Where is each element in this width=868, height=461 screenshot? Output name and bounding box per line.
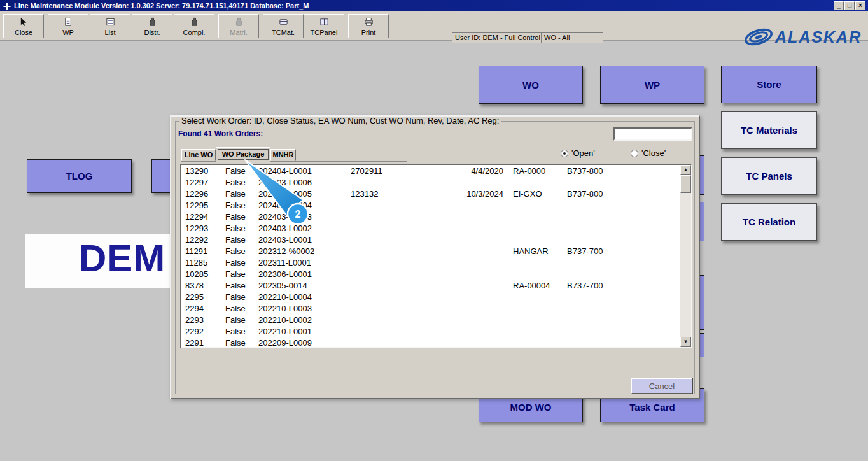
work-order-row[interactable]: 12293 False 202403-L0002: [183, 223, 678, 235]
toolbar-tcpanel-button[interactable]: TCPanel: [304, 14, 344, 38]
cell-close-status: False: [225, 166, 246, 176]
list-icon: [106, 17, 115, 29]
cell-date: 4/4/2020: [452, 166, 503, 176]
work-order-row[interactable]: 12295 False 202403-L0004: [183, 201, 678, 212]
toolbar-list-button[interactable]: List: [90, 14, 130, 38]
toolbar-compl-button[interactable]: Compl.: [174, 14, 214, 38]
minimize-button[interactable]: _: [834, 1, 844, 10]
radio-open[interactable]: 'Open': [561, 148, 595, 158]
toolbar-tcmat-button[interactable]: TCMat.: [263, 14, 304, 38]
cell-ac-type: B737-700: [567, 281, 603, 290]
wo-filter-field[interactable]: WO - All: [541, 32, 603, 43]
wp-button[interactable]: WP: [600, 66, 704, 104]
cell-wo-num: 202209-L0009: [258, 338, 312, 346]
cell-wo-num: 202311-L0001: [258, 258, 311, 267]
wo-button[interactable]: WO: [479, 66, 583, 104]
cell-close-status: False: [225, 189, 246, 199]
document-icon: [64, 17, 73, 29]
cell-close-status: False: [225, 304, 246, 313]
work-order-row[interactable]: 10285 False 202306-L0001: [183, 269, 678, 281]
toolbar-close-button[interactable]: Close: [3, 14, 44, 38]
cell-close-status: False: [225, 235, 246, 245]
cell-wo-num: 202306-L0001: [258, 269, 312, 279]
work-order-row[interactable]: 12297 False 202403-L0006: [183, 178, 678, 189]
cell-id: 12295: [185, 201, 208, 210]
cancel-button[interactable]: Cancel: [631, 378, 692, 394]
toolbar-matrl-button[interactable]: Matrl.: [218, 14, 259, 38]
list-scrollbar[interactable]: ▲ ▼: [680, 165, 691, 347]
work-order-row[interactable]: 13290 False 202404-L0001 2702911 4/4/202…: [183, 166, 678, 178]
search-input[interactable]: [613, 127, 692, 141]
tab-mnhr[interactable]: MNHR: [270, 149, 296, 161]
cell-wo-num: 202210-L0001: [258, 327, 312, 336]
cell-wo-num: 202403-L0006: [258, 178, 312, 187]
radio-close-circle[interactable]: [631, 150, 638, 157]
toolbar-print-button[interactable]: Print: [348, 14, 389, 38]
scroll-down-icon[interactable]: ▼: [680, 337, 691, 347]
cell-cust-wo-num: 123132: [351, 189, 378, 199]
cell-id: 2292: [185, 327, 204, 336]
work-order-row[interactable]: 12294 False 202403-L0003: [183, 212, 678, 223]
work-order-row[interactable]: 11285 False 202311-L0001: [183, 258, 678, 269]
work-order-row[interactable]: 8378 False 202305-0014 RA-00004 B737-700: [183, 281, 678, 292]
select-work-order-dialog: Select Work Order: ID, Close Status, EA …: [170, 115, 700, 399]
dem-label: DEM: [79, 236, 165, 280]
cell-cust-wo-num: 2702911: [351, 166, 382, 176]
close-window-button[interactable]: ×: [855, 1, 865, 10]
store-button[interactable]: Store: [721, 66, 817, 103]
user-id-field[interactable]: User ID: DEM - Full Control: [452, 32, 542, 43]
cell-close-status: False: [225, 246, 246, 256]
work-order-row[interactable]: 2291 False 202209-L0009: [183, 338, 678, 346]
work-order-row[interactable]: 12292 False 202403-L0001: [183, 235, 678, 246]
cell-close-status: False: [225, 327, 246, 336]
titlebar: Line Maintenance Module Version: 1.0.302…: [0, 0, 868, 11]
radio-close-label: 'Close': [641, 148, 666, 158]
cell-id: 12294: [185, 212, 208, 222]
radio-open-circle[interactable]: [561, 150, 568, 157]
tabstrip: Line WO WO Package MNHR: [181, 146, 410, 162]
cell-id: 12296: [185, 189, 208, 199]
work-order-row[interactable]: 11291 False 202312-%0002 HANGAR B737-700: [183, 246, 678, 258]
tc-panels-button[interactable]: TC Panels: [721, 157, 817, 195]
cell-wo-num: 202305-0014: [258, 281, 307, 290]
cell-id: 11285: [185, 258, 207, 267]
cell-wo-num: 202403-L0002: [258, 223, 312, 233]
work-order-row[interactable]: 2294 False 202210-L0003: [183, 304, 678, 315]
tab-wo-package[interactable]: WO Package: [216, 147, 270, 162]
scroll-up-icon[interactable]: ▲: [680, 165, 691, 175]
ink-bottle-icon: [234, 17, 244, 29]
tab-line-wo[interactable]: Line WO: [181, 149, 216, 161]
cell-close-status: False: [225, 201, 246, 210]
cell-id: 12297: [185, 178, 208, 187]
toolbar-wp-button[interactable]: WP: [48, 14, 88, 38]
cell-id: 2294: [185, 304, 204, 313]
tc-relation-button[interactable]: TC Relation: [721, 203, 817, 241]
cell-ac-type: B737-700: [567, 246, 603, 256]
work-order-row[interactable]: 2295 False 202210-L0004: [183, 292, 678, 304]
radio-close[interactable]: 'Close': [631, 148, 666, 158]
cell-ac-type: B737-800: [567, 166, 603, 176]
work-order-row[interactable]: 12296 False 202403-L0005 123132 10/3/202…: [183, 189, 678, 201]
cell-id: 12293: [185, 223, 208, 233]
scrollbar-thumb[interactable]: [680, 175, 691, 193]
cell-ac-reg: EI-GXO: [513, 189, 542, 199]
cell-wo-num: 202403-L0003: [258, 212, 312, 222]
work-order-row[interactable]: 2293 False 202210-L0002: [183, 315, 678, 327]
cell-wo-num: 202404-L0001: [258, 166, 312, 176]
work-order-list-rows: 13290 False 202404-L0001 2702911 4/4/202…: [183, 166, 678, 346]
toolbar-distr-button[interactable]: Distr.: [132, 14, 172, 38]
cell-ac-reg: RA-0000: [513, 166, 545, 176]
dem-panel: DEM: [25, 234, 170, 288]
cell-wo-num: 202403-L0004: [258, 201, 312, 210]
maximize-button[interactable]: □: [844, 1, 855, 10]
cell-close-status: False: [225, 315, 246, 325]
cell-wo-num: 202210-L0002: [258, 315, 312, 325]
app-window: Line Maintenance Module Version: 1.0.302…: [0, 0, 868, 461]
tc-materials-button[interactable]: TC Materials: [721, 111, 817, 149]
work-order-row[interactable]: 2292 False 202210-L0001: [183, 327, 678, 338]
cell-id: 2293: [185, 315, 204, 325]
alaskar-logo: ALASKAR: [743, 24, 864, 52]
cell-id: 8378: [185, 281, 204, 290]
tlog-button[interactable]: TLOG: [27, 159, 132, 193]
printer-icon: [364, 17, 374, 29]
